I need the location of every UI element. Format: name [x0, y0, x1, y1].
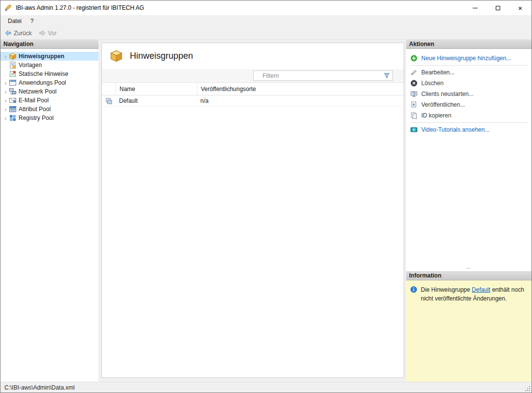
minimize-button[interactable]: [464, 0, 486, 15]
action-copy-id[interactable]: ID kopieren: [406, 110, 532, 121]
copy-id-icon: [410, 112, 418, 119]
filter-funnel-icon[interactable]: [383, 72, 390, 79]
window-title: IBI-aws Admin 1.27.0 - registriert für I…: [16, 4, 144, 11]
app-icon: [4, 4, 12, 12]
action-label: Video-Tutorials ansehen...: [421, 126, 489, 133]
video-icon: [410, 126, 418, 134]
network-pool-icon: [9, 88, 17, 95]
template-icon: [9, 61, 17, 69]
action-label: Bearbeiten...: [421, 69, 455, 76]
action-publish[interactable]: Veröffentlichen...: [406, 99, 532, 110]
actions-separator: [411, 65, 527, 66]
publish-icon: [410, 101, 418, 109]
panel-splitter[interactable]: …: [406, 264, 532, 271]
chevron-right-icon[interactable]: ›: [2, 97, 9, 104]
filter-input[interactable]: [253, 70, 393, 81]
chevron-right-icon[interactable]: ›: [2, 89, 9, 95]
action-label: ID kopieren: [421, 112, 451, 119]
action-edit[interactable]: Bearbeiten...: [406, 67, 532, 78]
menu-item-datei[interactable]: Datei: [3, 16, 26, 26]
statusbar-path: C:\IBI-aws\Admin\Data.xml: [4, 384, 74, 391]
restart-clients-icon: [410, 90, 418, 98]
nav-item-label: Attribut Pool: [19, 106, 50, 113]
nav-item-label: Statische Hinweise: [19, 70, 68, 77]
chevron-right-icon[interactable]: ›: [2, 80, 9, 86]
add-icon: [410, 54, 418, 62]
nav-item-statische-hinweise[interactable]: Statische Hinweise: [0, 69, 98, 78]
info-icon: [410, 286, 417, 293]
attribute-pool-icon: [9, 105, 17, 113]
menu-item-help[interactable]: ?: [26, 16, 38, 26]
notice-group-item-icon: [105, 97, 113, 105]
static-notice-icon: [9, 70, 17, 78]
email-pool-icon: [9, 96, 17, 104]
table-row[interactable]: Default n/a: [102, 95, 404, 107]
window-controls: ×: [464, 0, 532, 15]
nav-item-attribut-pool[interactable]: › Attribut Pool: [0, 105, 98, 114]
menubar: Datei ?: [0, 15, 532, 27]
back-button-label: Zurück: [14, 30, 32, 37]
information-panel-header: Information: [406, 271, 532, 280]
minimize-icon: [473, 8, 478, 8]
column-header-name[interactable]: Name: [116, 83, 197, 95]
resize-grip[interactable]: [525, 386, 531, 392]
content-area: Navigation › Hinweisgruppen Vorlagen: [0, 40, 532, 382]
cell-name: Default: [116, 95, 197, 106]
close-icon: ×: [518, 4, 523, 12]
filter-wrap: [253, 70, 393, 81]
nav-item-label: Registry Pool: [19, 115, 53, 121]
nav-item-label: E-Mail Pool: [19, 97, 48, 104]
navigation-panel: Navigation › Hinweisgruppen Vorlagen: [0, 40, 98, 382]
page-title: Hinweisgruppen: [130, 51, 193, 61]
nav-item-anwendungs-pool[interactable]: › Anwendungs Pool: [0, 78, 98, 87]
table-empty-area: [102, 107, 404, 377]
nav-item-registry-pool[interactable]: › Registry Pool: [0, 114, 98, 122]
cell-veroeffentlichungsorte: n/a: [197, 95, 404, 106]
navigation-tree: › Hinweisgruppen Vorlagen: [0, 49, 98, 382]
action-restart-clients[interactable]: Clients neustarten...: [406, 89, 532, 99]
forward-button-label: Vor: [48, 30, 57, 37]
action-label: Veröffentlichen...: [421, 101, 465, 108]
column-header-veroeffentlichungsorte[interactable]: Veröffentlichungsorte: [197, 83, 404, 95]
application-pool-icon: [9, 79, 17, 87]
page-header: Hinweisgruppen: [102, 43, 404, 69]
actions-panel: Aktionen Neue Hinweisgruppe hinzufügen..…: [406, 40, 532, 271]
chevron-right-icon[interactable]: ›: [2, 106, 9, 113]
chevron-right-icon[interactable]: ›: [2, 115, 9, 121]
information-panel: Information Die Hinweisgruppe Default en…: [406, 271, 532, 382]
nav-item-vorlagen[interactable]: Vorlagen: [0, 61, 98, 69]
maximize-icon: [496, 6, 500, 10]
action-delete[interactable]: Löschen: [406, 78, 532, 89]
chevron-right-icon[interactable]: ›: [2, 53, 9, 60]
titlebar: IBI-aws Admin 1.27.0 - registriert für I…: [0, 0, 532, 15]
nav-item-email-pool[interactable]: › E-Mail Pool: [0, 96, 98, 105]
nav-item-label: Anwendungs Pool: [19, 79, 66, 86]
actions-panel-header: Aktionen: [406, 40, 532, 49]
action-label: Clients neustarten...: [421, 91, 474, 97]
info-default-link[interactable]: Default: [472, 286, 490, 293]
notice-group-icon: [9, 52, 17, 60]
maximize-button[interactable]: [486, 0, 509, 15]
info-text-before: Die Hinweisgruppe: [421, 286, 472, 293]
action-video-tutorials[interactable]: Video-Tutorials ansehen...: [406, 124, 532, 135]
action-label: Löschen: [421, 80, 443, 87]
app-window: IBI-aws Admin 1.27.0 - registriert für I…: [0, 0, 532, 393]
nav-item-hinweisgruppen[interactable]: › Hinweisgruppen: [0, 52, 98, 61]
action-add-notice-group[interactable]: Neue Hinweisgruppe hinzufügen...: [406, 53, 532, 64]
forward-button[interactable]: Vor: [39, 29, 57, 37]
notice-group-icon: [110, 49, 123, 63]
toolbar: Zurück Vor: [0, 27, 532, 40]
information-text: Die Hinweisgruppe Default enthält noch n…: [421, 285, 528, 303]
filter-row: [102, 69, 404, 83]
registry-pool-icon: [9, 114, 17, 122]
actions-list: Neue Hinweisgruppe hinzufügen... Bearbei…: [406, 49, 532, 135]
row-icon-cell: [102, 95, 116, 106]
nav-item-label: Netzwerk Pool: [19, 88, 56, 95]
close-button[interactable]: ×: [509, 0, 532, 15]
nav-item-label: Hinweisgruppen: [19, 53, 64, 60]
back-button[interactable]: Zurück: [4, 29, 32, 37]
nav-item-label: Vorlagen: [19, 62, 42, 69]
nav-item-netzwerk-pool[interactable]: › Netzwerk Pool: [0, 87, 98, 96]
table-header: Name Veröffentlichungsorte: [102, 83, 404, 95]
navigation-panel-header: Navigation: [0, 40, 98, 49]
